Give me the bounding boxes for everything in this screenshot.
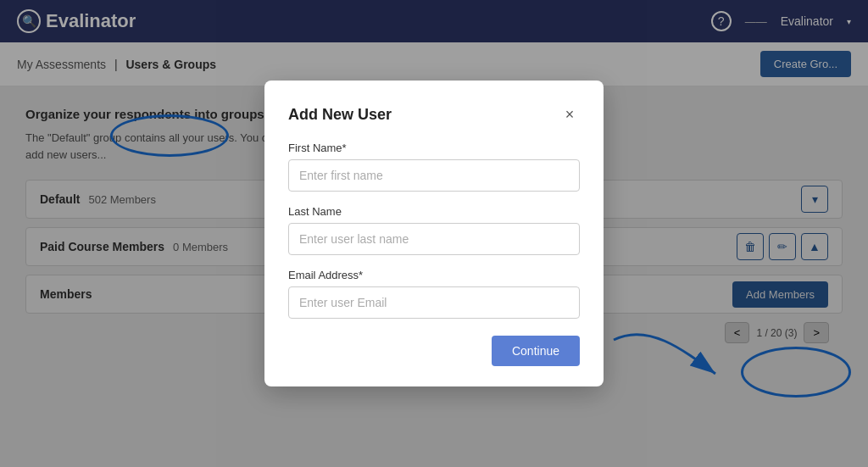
first-name-label: First Name* <box>288 142 580 154</box>
last-name-input[interactable] <box>288 223 580 255</box>
modal-overlay: Add New User × First Name* Last Name Ema… <box>0 0 868 467</box>
last-name-label: Last Name <box>288 205 580 218</box>
email-label: Email Address* <box>288 269 580 281</box>
email-group: Email Address* <box>288 269 580 319</box>
email-input[interactable] <box>288 286 580 319</box>
modal-title: Add New User <box>288 106 392 124</box>
modal-header: Add New User × <box>288 104 580 125</box>
first-name-input[interactable] <box>288 159 580 192</box>
modal-footer: Continue <box>288 336 580 366</box>
continue-button[interactable]: Continue <box>492 336 580 366</box>
last-name-group: Last Name <box>288 205 580 255</box>
modal-close-button[interactable]: × <box>559 104 580 125</box>
first-name-group: First Name* <box>288 142 580 192</box>
add-user-modal: Add New User × First Name* Last Name Ema… <box>264 81 604 386</box>
